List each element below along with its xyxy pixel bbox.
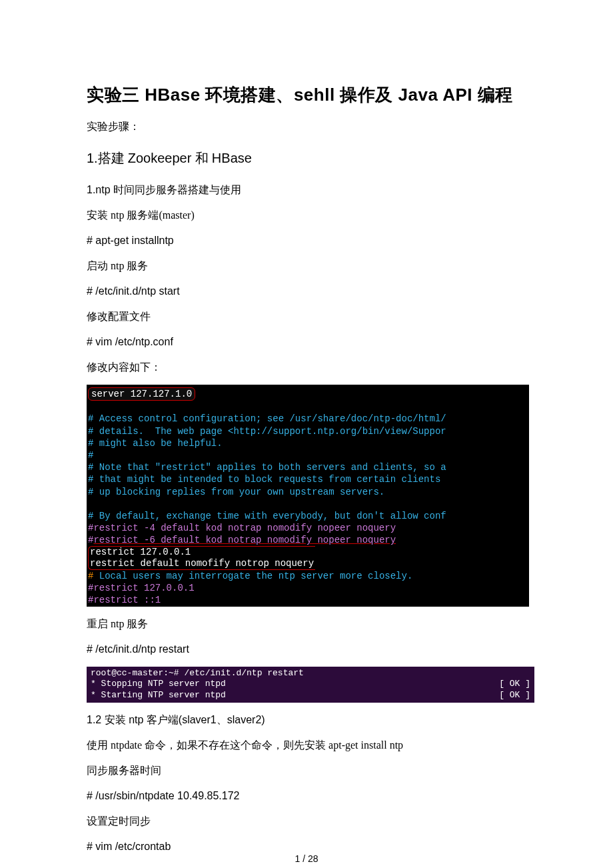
t1-l8: # By default, exchange time with everybo…	[88, 511, 446, 521]
terminal-ntp-conf: server 127.127.1.0 # Access control conf…	[87, 385, 529, 607]
t1-l5: # Note that "restrict" applies to both s…	[88, 462, 446, 473]
section-cn2: 和	[195, 151, 212, 165]
t2-row-start: * Starting NTP server ntpd [ OK ]	[91, 690, 530, 701]
para-sync-time: 同步服务器时间	[87, 763, 526, 779]
para-ntpdate-desc: 使用 ntpdate 命令，如果不存在这个命令，则先安装 apt-get ins…	[87, 737, 526, 753]
terminal-restart-output: root@cc-master:~# /etc/init.d/ntp restar…	[87, 667, 534, 703]
t2-l3: * Starting NTP server ntpd	[91, 690, 226, 701]
para-start-service: 启动 ntp 服务	[87, 258, 526, 274]
page-title: 实验三 HBase 环境搭建、sehll 操作及 Java API 编程	[87, 83, 526, 107]
t1-r1: restrict 127.0.0.1	[90, 547, 191, 557]
document-page: 实验三 HBase 环境搭建、sehll 操作及 Java API 编程 实验步…	[0, 0, 613, 868]
t2-l2: * Stopping NTP server ntpd	[91, 679, 226, 690]
section-en1: Zookeeper	[128, 151, 195, 165]
t1-l7: # up blocking replies from your own upst…	[88, 487, 384, 497]
t2-l1: root@cc-master:~# /etc/init.d/ntp restar…	[91, 668, 530, 679]
section-cn1: 搭建	[98, 151, 128, 165]
section-en2: HBase	[212, 151, 252, 165]
para-install-server: 安装 ntp 服务端(master)	[87, 207, 526, 223]
t1-l11: #restrict 127.0.0.1	[88, 583, 195, 593]
t1-l9b-under: restrict -6 default kod notrap nomodify …	[93, 535, 396, 545]
cmd-ntp-restart: # /etc/init.d/ntp restart	[87, 641, 526, 657]
t1-l12: #restrict ::1	[88, 595, 161, 605]
cmd-apt-get: # apt-get installntp	[87, 233, 526, 249]
para-edit-config: 修改配置文件	[87, 309, 526, 325]
cmd-ntpdate: # /usr/sbin/ntpdate 10.49.85.172	[87, 788, 526, 804]
t2-l2-ok: [ OK ]	[499, 679, 530, 690]
t1-l1: # Access control configuration; see /usr…	[88, 413, 446, 424]
highlight-restrict-block: restrict 127.0.0.1 restrict default nomo…	[88, 546, 315, 570]
para-content-below: 修改内容如下：	[87, 359, 526, 375]
para-client-heading: 1.2 安装 ntp 客户端(slaver1、slaver2)	[87, 712, 526, 728]
para-ntp-title: 1.ntp 时间同步服务器搭建与使用	[87, 182, 526, 198]
highlight-server-line: server 127.127.1.0	[88, 387, 195, 401]
t1-l4: #	[88, 450, 93, 461]
para-restart: 重启 ntp 服务	[87, 616, 526, 632]
page-number: 1 / 28	[0, 853, 613, 864]
section-heading-1: 1.搭建 Zookeeper 和 HBase	[87, 149, 526, 167]
t1-l6: # that might be intended to block reques…	[88, 474, 446, 485]
t2-l3-ok: [ OK ]	[499, 690, 530, 701]
steps-label: 实验步骤：	[87, 119, 526, 135]
cmd-vim-crontab: # vim /etc/crontab	[87, 839, 526, 855]
cmd-ntp-start: # /etc/init.d/ntp start	[87, 283, 526, 299]
t2-row-stop: * Stopping NTP server ntpd [ OK ]	[91, 679, 530, 690]
section-num: 1.	[87, 151, 98, 165]
para-cron: 设置定时同步	[87, 813, 526, 829]
t1-l2: # details. The web page <http://support.…	[88, 426, 446, 437]
cmd-vim-conf: # vim /etc/ntp.conf	[87, 334, 526, 350]
t1-l9a: #restrict -4 default kod notrap nomodify…	[88, 523, 396, 533]
t1-r2: restrict default nomofify notrop noquery	[90, 558, 314, 569]
t1-l3: # might also be helpful.	[88, 438, 223, 449]
t1-l10: Local users may interrogate the ntp serv…	[93, 571, 412, 581]
